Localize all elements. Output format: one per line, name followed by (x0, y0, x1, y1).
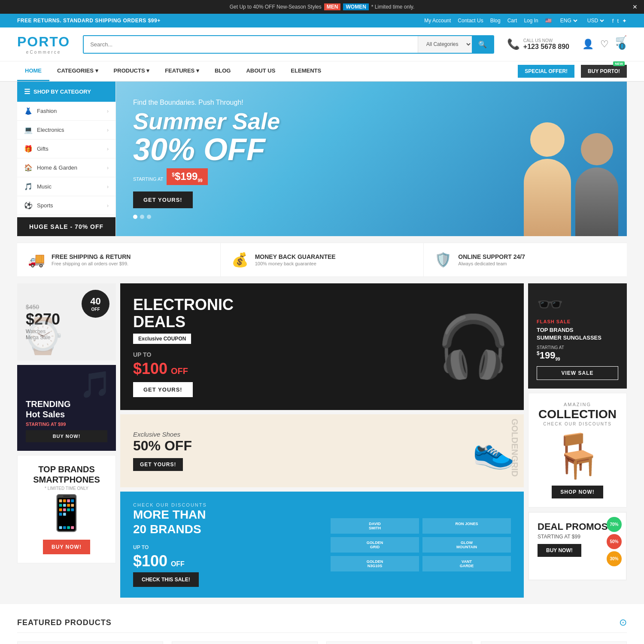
cart-icon[interactable]: 🛒 0 (615, 35, 627, 53)
nav-left: HOME CATEGORIES ▾ PRODUCTS ▾ FEATURES ▾ … (17, 61, 329, 81)
brand-ron-jones: RON JONES (422, 518, 511, 534)
nav-item-categories[interactable]: CATEGORIES ▾ (49, 61, 106, 81)
sidebar-sale-button[interactable]: HUGE SALE - 70% OFF (17, 217, 115, 236)
trending-buy-button[interactable]: BUY NOW! (26, 430, 107, 442)
call-label: CALL US NOW (523, 38, 569, 43)
nav-item-products[interactable]: PRODUCTS ▾ (106, 61, 158, 81)
special-offer-button[interactable]: SPECIAL OFFER! (518, 65, 574, 78)
hero-title: Summer Sale (133, 109, 280, 134)
product-card-4: HOT 📦 (481, 641, 627, 644)
new-badge: NEW (613, 61, 625, 66)
product-image-1: 📦 (18, 642, 163, 644)
view-sale-button[interactable]: VIEW SALE (537, 366, 618, 380)
features-strip: 🚚 FREE SHIPPING & RETURN Free shipping o… (17, 243, 627, 277)
facebook-icon[interactable]: f (612, 18, 614, 24)
brands-cta-button[interactable]: CHECK THIS SALE! (133, 572, 199, 587)
brand-logos-grid: DAVIDSMITH RON JONES GOLDENGRID GLOWMOUN… (331, 518, 511, 571)
woman-figure (524, 122, 571, 236)
sidebar-item-gifts[interactable]: 🎁 Gifts › (17, 140, 115, 158)
support-desc: Always dedicated team (458, 261, 525, 266)
nav-item-features[interactable]: FEATURES ▾ (157, 61, 207, 81)
sidebar-item-fashion[interactable]: 👗 Fashion › (17, 102, 115, 121)
nav-item-about[interactable]: ABOUT US (238, 61, 283, 81)
search-input[interactable] (84, 36, 418, 53)
electronics-discount: UP TO $100 OFF (133, 346, 427, 378)
women-tag[interactable]: WOMEN (343, 3, 368, 10)
lang-select[interactable]: ENG (559, 17, 579, 24)
user-icon[interactable]: 👤 (582, 39, 594, 50)
collection-sub: CHECK OUR DISCOUNTS (543, 422, 612, 426)
deal-title: DEAL PROMOS (538, 521, 617, 532)
shoes-text: Exclusive Shoes 50% OFF GET YOURS! (133, 431, 322, 471)
nav-item-blog[interactable]: BLOG (207, 61, 239, 81)
sidebar-item-music[interactable]: 🎵 Music › (17, 177, 115, 196)
blog-link[interactable]: Blog (490, 18, 501, 24)
deal-buy-button[interactable]: BUY NOW! (538, 544, 581, 557)
men-tag[interactable]: MEN (324, 3, 341, 10)
smartphones-buy-button[interactable]: BUY NOW! (43, 540, 90, 554)
phone-details: CALL US NOW +123 5678 890 (523, 38, 569, 51)
close-icon[interactable]: ✕ (632, 3, 638, 10)
cart-link[interactable]: Cart (507, 18, 517, 24)
man-figure (575, 133, 618, 236)
featured-nav-icon[interactable]: ⊙ (619, 617, 627, 628)
electronics-icon: 💻 (24, 126, 33, 134)
instagram-icon[interactable]: ✦ (622, 18, 627, 24)
secondary-links: My Account Contact Us Blog Cart Log In 🇺… (424, 17, 627, 24)
deal-promos: 70% 50% 30% DEAL PROMOS STARTING AT $99 … (528, 512, 627, 580)
hero-cta-button[interactable]: GET YOURS! (133, 191, 193, 208)
brand-goldengrid: GOLDENGRID (331, 537, 419, 553)
twitter-icon[interactable]: t (617, 18, 619, 24)
shipping-text: FREE RETURNS. STANDARD SHIPPING ORDERS $… (17, 18, 161, 24)
sidebar-item-home-garden[interactable]: 🏠 Home & Garden › (17, 158, 115, 177)
trending-title: TRENDINGHot Sales (26, 399, 107, 419)
hero-dot-2[interactable] (140, 215, 144, 219)
electronics-cta-button[interactable]: GET YOURS! (133, 382, 193, 397)
wishlist-icon[interactable]: ♡ (600, 39, 609, 50)
nav-item-home[interactable]: HOME (17, 61, 49, 81)
hero-discount: 30% OFF (133, 134, 280, 165)
sunglasses-image: 🕶️ (537, 292, 618, 317)
left-promo-col: ⌚ 40 OFF $450 $270 WatchesMega Sale 🎵 TR… (17, 283, 116, 598)
deal-badge-30: 30% (607, 551, 622, 566)
chevron-right-icon: › (107, 108, 109, 114)
hero-price: $$19999 (167, 168, 207, 185)
deal-starting: STARTING AT $99 (538, 534, 617, 540)
search-button[interactable]: 🔍 (472, 36, 493, 53)
feature-support: 🛡️ ONLINE SUPPORT 24/7 Always dedicated … (424, 243, 627, 276)
search-bar: All Categories 🔍 (83, 35, 494, 54)
login-link[interactable]: Log In (524, 18, 538, 24)
buy-porto-button[interactable]: NEW BUY PORTO! (581, 65, 627, 78)
watch-badge: 40 OFF (82, 290, 109, 318)
nav-item-elements[interactable]: ELEMENTS (283, 61, 329, 81)
contact-us-link[interactable]: Contact Us (458, 18, 483, 24)
chevron-right-icon-4: › (107, 165, 109, 171)
featured-header: FEATURED PRODUCTS ⊙ (17, 617, 627, 633)
my-account-link[interactable]: My Account (424, 18, 451, 24)
hero-dot-3[interactable] (147, 215, 151, 219)
chevron-right-icon-6: › (107, 203, 109, 209)
logo[interactable]: PORTO eCommerce (17, 34, 70, 55)
shoes-cta-button[interactable]: GET YOURS! (133, 458, 183, 471)
announcement-bar: Get Up to 40% OFF New-Season Styles MEN … (0, 0, 644, 14)
shop-now-button[interactable]: SHOP NOW! (552, 486, 603, 498)
sidebar-header[interactable]: ☰ SHOP BY CATEGORY (17, 82, 115, 102)
sidebar-item-electronics[interactable]: 💻 Electronics › (17, 121, 115, 140)
gifts-label: Gifts (37, 146, 49, 152)
currency-select[interactable]: USD (586, 17, 605, 24)
hero-starting-label: STARTING AT (133, 176, 163, 182)
sidebar-title: SHOP BY CATEGORY (33, 88, 91, 95)
shoes-label: Exclusive Shoes (133, 431, 322, 438)
collection-promo: AMAZING COLLECTION CHECK OUR DISCOUNTS 🪑… (528, 393, 627, 507)
category-select[interactable]: All Categories (418, 36, 472, 53)
music-label: Music (37, 183, 52, 190)
fashion-icon: 👗 (24, 107, 33, 115)
smartphone-image: 📱 (45, 493, 88, 533)
electronics-text: ELECTRONICDEALS Exclusive COUPON UP TO $… (133, 296, 427, 397)
chevron-right-icon-2: › (107, 127, 109, 133)
sidebar-item-sports[interactable]: ⚽ Sports › (17, 196, 115, 215)
announcement-text: Get Up to 40% OFF New-Season Styles (230, 4, 322, 10)
trending-price: STARTING AT $99 (26, 422, 107, 427)
sunglasses-promo: 🕶️ FLASH SALE TOP BRANDSSUMMER SUNGLASSE… (528, 283, 627, 389)
hero-dot-1[interactable] (133, 215, 137, 219)
